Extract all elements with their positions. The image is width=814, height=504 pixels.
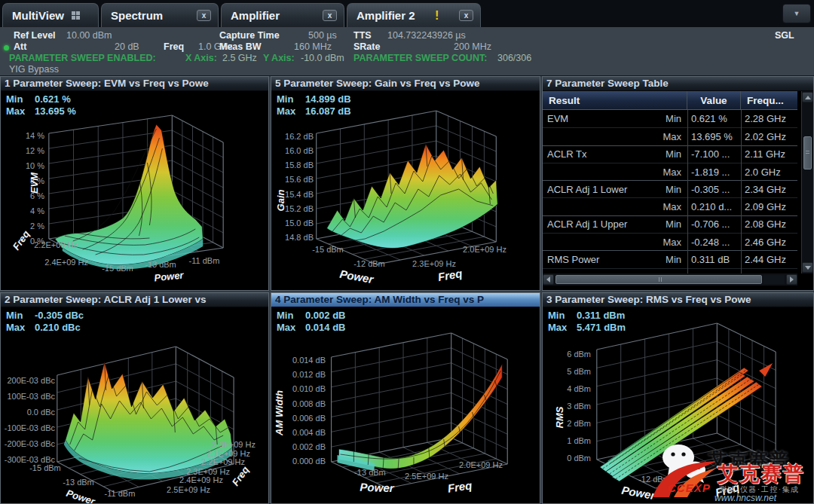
freq-label[interactable]: Freq — [164, 41, 184, 53]
panel-sweep-table-title[interactable]: 7 Parameter Sweep Table — [543, 77, 813, 91]
sweep-y-axis-value: -10.0 dBm — [301, 53, 344, 64]
chevron-down-icon: ▼ — [794, 10, 800, 17]
gain-ztick: 15.0 dB — [285, 218, 314, 228]
aclr-xtick: -13 dBm — [63, 478, 94, 487]
tab-bar: MultiView Spectrum x Amplifier x Amplifi… — [0, 0, 814, 27]
evm-max-value: 13.695 % — [35, 105, 76, 117]
scroll-down-button[interactable] — [802, 262, 813, 273]
tab-spectrum-label: Spectrum — [111, 9, 163, 22]
gain-ztick: 15.2 dB — [285, 204, 314, 213]
rms-ztick: 5 dBm — [567, 367, 591, 376]
aclr-max-label: Max — [6, 322, 35, 334]
capture-time-value[interactable]: 500 µs — [308, 30, 337, 41]
tts-value[interactable]: 104.732243926 µs — [387, 30, 466, 41]
ref-level-label[interactable]: Ref Level — [14, 30, 56, 41]
column-header-result[interactable]: Result — [543, 91, 687, 109]
rms-ztick: 0 dBm — [567, 454, 591, 463]
aclr-min-value: -0.305 dBc — [35, 310, 84, 321]
capture-time-label[interactable]: Capture Time — [219, 30, 280, 41]
am-width-minmax: Min0.002 dB Max0.014 dB — [277, 310, 345, 334]
column-separator — [741, 110, 742, 273]
evm-z-axis-label: EVM — [29, 173, 40, 194]
tab-multiview[interactable]: MultiView — [2, 3, 99, 27]
panel-evm-body: Min0.621 % Max13.695 % 14 % 12 % 10 % 8 … — [1, 91, 268, 290]
rms-minmax: Min0.311 dBm Max5.471 dBm — [548, 310, 626, 334]
am-width-ytick: 2.5E+09 Hz — [405, 472, 448, 481]
att-status-led — [4, 45, 9, 50]
gain-z-axis-label: Gain — [275, 190, 286, 212]
panel-evm-title[interactable]: 1 Parameter Sweep: EVM vs Freq vs Powe — [1, 77, 268, 91]
tab-amplifier-2-label: Amplifier 2 — [357, 9, 415, 22]
gain-ytick: 2.3E+09 Hz — [412, 259, 456, 268]
panel-evm: 1 Parameter Sweep: EVM vs Freq vs Powe M… — [0, 76, 269, 291]
sweep-enabled-label: PARAMETER SWEEP ENABLED: — [9, 53, 156, 64]
gain-ytick: 2.0E+09 Hz — [463, 245, 506, 254]
column-header-frequency[interactable]: Frequ... — [741, 91, 797, 109]
tab-amplifier[interactable]: Amplifier x — [221, 3, 344, 27]
panel-rms-title[interactable]: 3 Parameter Sweep: RMS vs Freq vs Powe — [543, 293, 813, 307]
multiview-grid-icon — [72, 11, 80, 20]
panel-aclr-lower-title[interactable]: 2 Parameter Sweep: ACLR Adj 1 Lower vs — [1, 293, 268, 307]
table-row: Max-1.819 ...2.0 GHz — [543, 163, 797, 180]
am-width-ztick: 0.014 dB — [292, 356, 326, 365]
panel-aclr-lower-body: Min-0.305 dBc Max0.210 dBc 200E-03 dBc 1… — [1, 307, 268, 503]
att-label[interactable]: Att — [14, 41, 26, 53]
table-horizontal-scrollbar[interactable] — [543, 273, 797, 286]
evm-ztick: 4 % — [30, 206, 44, 215]
evm-min-label: Min — [6, 93, 35, 105]
rms-ztick: 4 dBm — [567, 384, 591, 393]
scroll-right-button[interactable] — [786, 274, 797, 285]
yig-bypass-label: YIG Bypass — [9, 64, 59, 75]
ref-level-value[interactable]: 10.00 dBm — [66, 30, 112, 41]
tab-overflow-dropdown[interactable]: ▼ — [782, 4, 811, 23]
evm-xtick: -11 dBm — [189, 256, 220, 265]
horizontal-scroll-thumb[interactable] — [555, 275, 762, 284]
am-width-ztick: 0.008 dB — [292, 399, 326, 408]
column-header-value[interactable]: Value — [687, 91, 741, 109]
aclr-ztick: 100E-03 dBc — [7, 392, 55, 401]
aclr-ytick: 2.4E+09 Hz — [179, 475, 223, 484]
evm-xtick: -15 dBm — [102, 264, 133, 273]
vertical-scroll-thumb[interactable] — [803, 136, 812, 170]
rms-z-axis-label: RMS — [554, 407, 565, 429]
panel-am-width-title[interactable]: 4 Parameter Sweep: AM Width vs Freq vs P — [271, 293, 540, 307]
am-width-ztick: 0.002 dB — [292, 442, 326, 451]
rms-ztick: 3 dBm — [567, 402, 591, 411]
tab-amplifier-2-close-icon[interactable]: x — [459, 10, 473, 21]
am-width-ztick: 0.006 dB — [292, 414, 326, 423]
am-width-ztick: 0.004 dB — [292, 428, 326, 437]
evm-max-label: Max — [6, 105, 35, 118]
scroll-left-button[interactable] — [543, 274, 554, 285]
am-width-x-axis-label: Power — [360, 481, 394, 495]
table-row: Max5.471 dB2.0 GHz — [543, 268, 797, 273]
table-row: Max13.695 %2.02 GHz — [543, 127, 797, 145]
gain-min-label: Min — [277, 93, 305, 105]
panel-gain: 5 Parameter Sweep: Gain vs Freq vs Powe … — [271, 76, 540, 291]
tab-spectrum-close-icon[interactable]: x — [197, 10, 211, 21]
srate-value[interactable]: 200 MHz — [454, 41, 491, 53]
tab-amplifier-2[interactable]: Amplifier 2 ! x — [347, 3, 481, 27]
evm-min-value: 0.621 % — [35, 93, 71, 105]
table-header-row: Result Value Frequ... — [543, 91, 797, 110]
gain-ztick: 15.8 dB — [285, 160, 314, 170]
tab-alert-icon: ! — [435, 9, 439, 23]
srate-label[interactable]: SRate — [353, 41, 380, 53]
tab-amplifier-close-icon[interactable]: x — [323, 10, 337, 21]
panel-am-width: 4 Parameter Sweep: AM Width vs Freq vs P… — [271, 292, 540, 504]
rms-ztick: 6 dBm — [567, 350, 591, 359]
meas-bw-value[interactable]: 160 MHz — [294, 41, 332, 53]
am-width-max-value: 0.014 dB — [305, 322, 345, 333]
evm-minmax: Min0.621 % Max13.695 % — [6, 93, 76, 118]
table-vertical-scrollbar[interactable] — [801, 91, 813, 273]
sgl-indicator: SGL — [775, 30, 794, 41]
am-width-ztick: 0.010 dB — [292, 384, 326, 393]
meas-bw-label[interactable]: Meas BW — [219, 41, 262, 53]
rms-ztick: 1 dBm — [567, 436, 591, 445]
gain-xtick: -12 dBm — [353, 259, 385, 268]
panel-gain-title[interactable]: 5 Parameter Sweep: Gain vs Freq vs Powe — [271, 77, 540, 91]
table-row: EVMMin0.621 %2.28 GHz — [543, 110, 797, 127]
scroll-up-button[interactable] — [802, 92, 813, 102]
att-value[interactable]: 20 dB — [115, 41, 139, 53]
tts-label[interactable]: TTS — [353, 30, 372, 41]
tab-spectrum[interactable]: Spectrum x — [101, 3, 219, 27]
